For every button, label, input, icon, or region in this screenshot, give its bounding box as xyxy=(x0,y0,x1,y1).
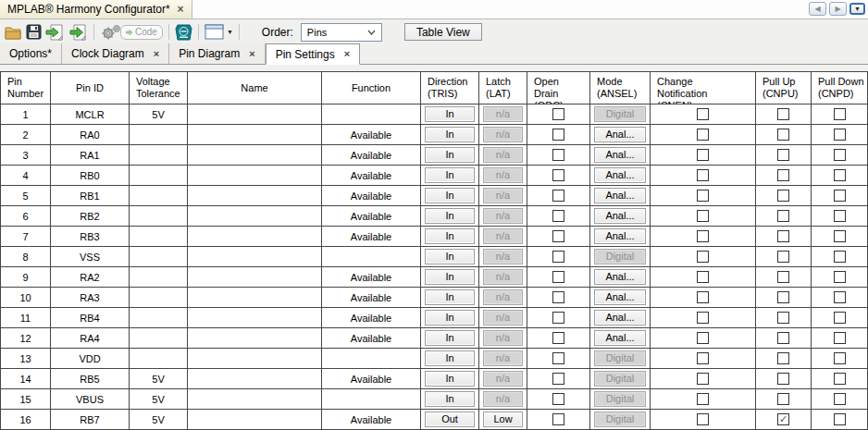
name-cell[interactable] xyxy=(188,328,322,349)
pull-up-checkbox[interactable] xyxy=(777,251,789,263)
pull-down-checkbox[interactable] xyxy=(834,190,846,202)
latch-toggle-button[interactable]: Low xyxy=(483,412,523,427)
document-tab-harmony-configurator[interactable]: MPLAB® Harmony Configurator* × xyxy=(0,0,192,18)
order-select[interactable]: Pins xyxy=(301,23,382,42)
mode-toggle-button[interactable]: Anal... xyxy=(594,147,646,163)
pull-down-checkbox[interactable] xyxy=(834,373,846,385)
function-cell[interactable]: Available xyxy=(322,125,421,145)
close-icon[interactable]: × xyxy=(344,49,350,59)
pull-up-checkbox[interactable] xyxy=(777,210,789,222)
mode-toggle-button[interactable]: Anal... xyxy=(594,208,646,224)
open-drain-checkbox[interactable] xyxy=(552,373,564,385)
pull-down-checkbox[interactable] xyxy=(834,291,846,303)
name-cell[interactable] xyxy=(188,186,322,206)
pull-down-checkbox[interactable] xyxy=(834,271,846,283)
direction-toggle-button[interactable]: In xyxy=(425,350,475,366)
pull-up-checkbox[interactable] xyxy=(777,271,789,283)
open-drain-checkbox[interactable] xyxy=(552,332,564,344)
direction-toggle-button[interactable]: In xyxy=(425,371,475,387)
close-icon[interactable]: × xyxy=(249,49,254,59)
direction-toggle-button[interactable]: Out xyxy=(425,412,475,427)
pull-down-checkbox[interactable] xyxy=(834,149,846,161)
scroll-tabs-right-button[interactable]: ▶ xyxy=(829,2,847,16)
close-icon[interactable]: × xyxy=(178,4,184,15)
function-cell[interactable]: Available xyxy=(322,369,421,389)
direction-toggle-button[interactable]: In xyxy=(425,391,475,407)
open-drain-checkbox[interactable] xyxy=(552,251,564,263)
generate-code-icon[interactable]: Code xyxy=(98,22,165,42)
change-notification-checkbox[interactable] xyxy=(697,271,709,283)
open-drain-checkbox[interactable] xyxy=(552,169,564,181)
pull-up-checkbox[interactable] xyxy=(777,190,789,202)
pull-up-checkbox[interactable] xyxy=(777,291,789,303)
mode-toggle-button[interactable]: Anal... xyxy=(594,269,646,285)
window-view-icon[interactable]: ▼ xyxy=(203,22,235,42)
change-notification-checkbox[interactable] xyxy=(697,149,709,161)
function-cell[interactable] xyxy=(322,247,421,267)
open-drain-checkbox[interactable] xyxy=(552,190,564,202)
function-cell[interactable]: Available xyxy=(322,308,421,328)
open-drain-checkbox[interactable] xyxy=(552,210,564,222)
name-cell[interactable] xyxy=(188,206,322,227)
direction-toggle-button[interactable]: In xyxy=(425,167,475,183)
change-notification-checkbox[interactable] xyxy=(697,251,709,263)
direction-toggle-button[interactable]: In xyxy=(425,330,475,346)
change-notification-checkbox[interactable] xyxy=(697,393,709,405)
change-notification-checkbox[interactable] xyxy=(697,169,709,181)
function-cell[interactable]: Available xyxy=(322,166,421,186)
direction-toggle-button[interactable]: In xyxy=(425,289,475,305)
mode-toggle-button[interactable]: Anal... xyxy=(594,228,646,244)
pull-up-checkbox[interactable] xyxy=(777,352,789,364)
function-cell[interactable] xyxy=(322,389,421,410)
name-cell[interactable] xyxy=(188,247,322,267)
change-notification-checkbox[interactable] xyxy=(697,190,709,202)
direction-toggle-button[interactable]: In xyxy=(425,249,475,264)
open-drain-checkbox[interactable] xyxy=(552,352,564,364)
name-cell[interactable] xyxy=(188,288,322,308)
direction-toggle-button[interactable]: In xyxy=(425,310,475,326)
pull-down-checkbox[interactable] xyxy=(834,332,846,344)
direction-toggle-button[interactable]: In xyxy=(425,106,475,122)
pull-down-checkbox[interactable] xyxy=(834,108,846,120)
pull-down-checkbox[interactable] xyxy=(834,251,846,263)
folder-icon[interactable] xyxy=(3,22,24,42)
pull-up-checkbox[interactable] xyxy=(777,108,789,120)
pull-down-checkbox[interactable] xyxy=(834,129,846,141)
pull-down-checkbox[interactable] xyxy=(834,210,846,222)
pull-up-checkbox[interactable] xyxy=(777,332,789,344)
name-cell[interactable] xyxy=(188,349,322,369)
function-cell[interactable]: Available xyxy=(322,186,421,206)
name-cell[interactable] xyxy=(188,125,322,145)
function-cell[interactable]: Available xyxy=(322,227,421,247)
open-drain-checkbox[interactable] xyxy=(552,291,564,303)
function-cell[interactable]: Available xyxy=(322,410,421,430)
name-cell[interactable] xyxy=(188,227,322,247)
name-cell[interactable] xyxy=(188,267,322,288)
function-cell[interactable]: Available xyxy=(322,145,421,166)
harmony-icon[interactable] xyxy=(173,22,194,42)
change-notification-checkbox[interactable] xyxy=(697,210,709,222)
direction-toggle-button[interactable]: In xyxy=(425,208,475,224)
open-drain-checkbox[interactable] xyxy=(552,129,564,141)
function-cell[interactable]: Available xyxy=(322,328,421,349)
tab-pin-settings[interactable]: Pin Settings × xyxy=(266,43,360,65)
pull-up-checkbox[interactable] xyxy=(777,373,789,385)
pull-down-checkbox[interactable] xyxy=(834,393,846,405)
pull-up-checkbox[interactable] xyxy=(777,312,789,324)
pull-up-checkbox[interactable] xyxy=(777,230,789,242)
pull-down-checkbox[interactable] xyxy=(834,169,846,181)
direction-toggle-button[interactable]: In xyxy=(425,269,475,285)
change-notification-checkbox[interactable] xyxy=(697,352,709,364)
open-drain-checkbox[interactable] xyxy=(552,230,564,242)
direction-toggle-button[interactable]: In xyxy=(425,188,475,203)
change-notification-checkbox[interactable] xyxy=(697,413,709,425)
direction-toggle-button[interactable]: In xyxy=(425,147,475,163)
tab-clock-diagram[interactable]: Clock Diagram × xyxy=(62,43,169,64)
name-cell[interactable] xyxy=(188,308,322,328)
change-notification-checkbox[interactable] xyxy=(697,291,709,303)
direction-toggle-button[interactable]: In xyxy=(425,228,475,244)
name-cell[interactable] xyxy=(188,389,322,410)
function-cell[interactable] xyxy=(322,104,421,125)
pull-up-checkbox[interactable] xyxy=(777,169,789,181)
change-notification-checkbox[interactable] xyxy=(697,332,709,344)
